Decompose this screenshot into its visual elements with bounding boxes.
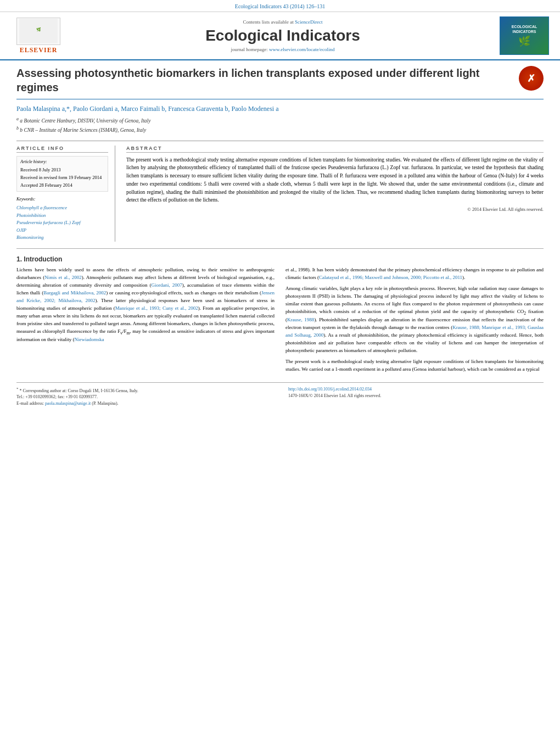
section-divider	[16, 248, 544, 249]
corresponding-author-note: * * Corresponding author at: Corso Dogal…	[16, 386, 272, 394]
footer-corresponding-author: * * Corresponding author at: Corso Dogal…	[16, 386, 272, 408]
history-label: Article history:	[20, 159, 104, 166]
accepted-date: Accepted 28 February 2014	[20, 182, 104, 189]
email-line: E-mail address: paola.malaspina@unige.it…	[16, 400, 272, 407]
keyword-1: Chlorophyll a fluorescence	[16, 204, 108, 212]
journal-citation: Ecological Indicators 43 (2014) 126–131	[0, 0, 560, 12]
footer-doi: http://dx.doi.org/10.1016/j.ecolind.2014…	[288, 386, 544, 408]
affiliation-b: b b CNR – Institute of Marine Sciences (…	[16, 125, 544, 135]
abstract-header: ABSTRACT	[126, 146, 544, 153]
journal-homepage-link[interactable]: www.elsevier.com/locate/ecolind	[269, 47, 334, 52]
intro-para-3: Among climatic variables, light plays a …	[285, 285, 544, 355]
contents-available-text: Contents lists available at ScienceDirec…	[66, 19, 500, 25]
article-info-abstract-section: ARTICLE INFO Article history: Received 8…	[16, 141, 544, 242]
keywords-label: Keywords:	[16, 196, 108, 203]
intro-para-1: Lichens have been widely used to assess …	[16, 266, 275, 344]
abstract-column: ABSTRACT The present work is a methodolo…	[126, 146, 544, 242]
introduction-body: Lichens have been widely used to assess …	[16, 266, 544, 377]
keywords-section: Keywords: Chlorophyll a fluorescence Pho…	[16, 196, 108, 242]
intro-col-right: et al., 1998). It has been widely demons…	[285, 266, 544, 377]
journal-header: 🌿 ELSEVIER Contents lists available at S…	[0, 12, 560, 60]
keyword-2: Photoinhibition	[16, 212, 108, 220]
email-link[interactable]: paola.malaspina@unige.it	[45, 401, 91, 406]
elsevier-wordmark: ELSEVIER	[20, 46, 58, 54]
article-info-header: ARTICLE INFO	[16, 146, 108, 153]
article-history: Article history: Received 8 July 2013 Re…	[16, 156, 108, 192]
issn-line: 1470-160X/© 2014 Elsevier Ltd. All right…	[288, 393, 544, 399]
elsevier-logo: 🌿 ELSEVIER	[11, 18, 66, 54]
introduction-title: 1. Introduction	[16, 255, 544, 263]
affiliation-a: a a Botanic Centre Hanbury, DISTAV, Univ…	[16, 116, 544, 125]
journal-homepage-line: journal homepage: www.elsevier.com/locat…	[66, 47, 500, 52]
doi-link-line: http://dx.doi.org/10.1016/j.ecolind.2014…	[288, 386, 544, 393]
received-date: Received 8 July 2013	[20, 166, 104, 174]
affiliations: a a Botanic Centre Hanbury, DISTAV, Univ…	[16, 116, 544, 135]
svg-text:🌿: 🌿	[36, 27, 41, 32]
sciencedirect-link[interactable]: ScienceDirect	[295, 19, 322, 25]
history-box: Article history: Received 8 July 2013 Re…	[16, 156, 108, 192]
main-content: Assessing photosynthetic biomarkers in l…	[0, 60, 560, 412]
abstract-text: The present work is a methodological stu…	[126, 156, 544, 204]
intro-col-left: Lichens have been widely used to assess …	[16, 266, 275, 377]
authors-line: Paola Malaspina a,*, Paolo Giordani a, M…	[16, 104, 544, 114]
keyword-4: OJIP	[16, 227, 108, 235]
intro-para-2: et al., 1998). It has been widely demons…	[285, 266, 544, 282]
received-revised-date: Received in revised form 19 February 201…	[20, 174, 104, 182]
crossmark-badge: ✗	[519, 66, 544, 91]
article-title: Assessing photosynthetic biomarkers in l…	[16, 66, 511, 94]
keyword-5: Biomonitoring	[16, 234, 108, 242]
keyword-3: Pseudevernia furfuracea (L.) Zopf	[16, 219, 108, 227]
tel-line: Tel.: +39 0102099362; fax: +39 01 020993…	[16, 394, 272, 400]
elsevier-logo-image: 🌿	[16, 18, 60, 45]
journal-info-center: Contents lists available at ScienceDirec…	[66, 19, 500, 52]
doi-link[interactable]: http://dx.doi.org/10.1016/j.ecolind.2014…	[288, 387, 372, 392]
journal-title: Ecological Indicators	[66, 27, 500, 44]
article-info-column: ARTICLE INFO Article history: Received 8…	[16, 146, 115, 242]
abstract-copyright: © 2014 Elsevier Ltd. All rights reserved…	[126, 207, 544, 212]
footer-section: * * Corresponding author at: Corso Dogal…	[16, 382, 544, 408]
journal-logo: ECOLOGICALINDICATORS 🌿	[500, 16, 549, 55]
intro-para-4: The present work is a methodological stu…	[285, 358, 544, 373]
article-title-section: Assessing photosynthetic biomarkers in l…	[16, 66, 544, 99]
